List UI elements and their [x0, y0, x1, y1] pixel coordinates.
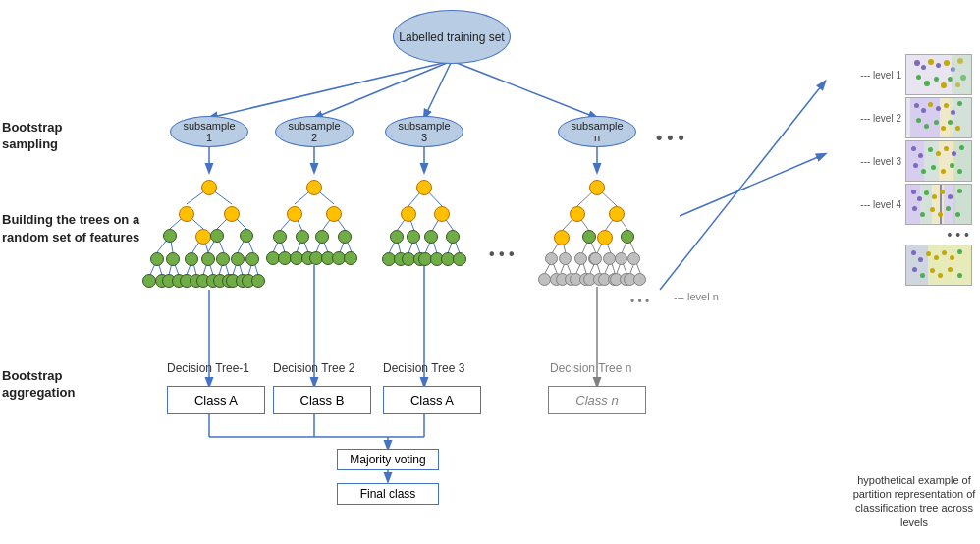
- tree2-l4-8: [344, 251, 357, 265]
- tree3-root: [416, 180, 432, 195]
- svg-line-2: [424, 61, 452, 118]
- class-box-2: Class B: [273, 386, 371, 414]
- level-3-scatter: [905, 140, 972, 182]
- final-class-box: Final class: [337, 483, 439, 505]
- tree3-l4-8: [453, 252, 466, 266]
- treen-l4-3: [574, 252, 587, 265]
- tree1-l4-1: [150, 252, 164, 266]
- level-3-row: --- level 3: [850, 140, 972, 182]
- tree3-l3-4: [446, 230, 460, 244]
- tree1-l4-6: [231, 252, 245, 266]
- tree1-l2-right: [224, 206, 240, 222]
- class-box-n: Class n: [548, 386, 646, 414]
- tree-dots: • • •: [489, 245, 515, 263]
- treen-l3-1: [554, 230, 570, 245]
- level-2-row: --- level 2: [850, 97, 972, 138]
- majority-voting-box: Majority voting: [337, 449, 439, 470]
- svg-line-0: [209, 61, 452, 118]
- subsample-1-ellipse: subsample1: [170, 116, 248, 147]
- level-dots: • • •: [850, 227, 972, 243]
- building-trees-label: Building the trees on a random set of fe…: [2, 211, 147, 246]
- treen-l2-right: [609, 206, 625, 222]
- level-4-label: --- level 4: [850, 199, 901, 210]
- tree2-l3-2: [296, 230, 309, 244]
- tree1-root: [201, 180, 217, 195]
- tree3-l2-left: [401, 206, 416, 222]
- treen-l2-left: [570, 206, 585, 222]
- bootstrap-aggregation-label: Bootstrap aggregation: [2, 368, 90, 402]
- subsample-3-ellipse: subsample3: [385, 116, 463, 147]
- level-n-label: --- level n: [674, 291, 719, 302]
- tree1-l3-3: [210, 229, 224, 243]
- svg-line-3: [452, 61, 597, 118]
- tree1-l2-left: [179, 206, 194, 222]
- level-3-label: --- level 3: [850, 156, 901, 167]
- level-2-label: --- level 2: [850, 113, 901, 124]
- subsample-dots: • • •: [656, 128, 684, 148]
- level-n-dots: • • •: [630, 295, 649, 308]
- class-box-1: Class A: [167, 386, 265, 414]
- tree1-l4-2: [166, 252, 180, 266]
- svg-line-104: [680, 154, 825, 216]
- dt3-label: Decision Tree 3: [383, 361, 464, 375]
- tree1-l3-1: [163, 229, 177, 243]
- tree1-l5-14: [251, 274, 265, 288]
- svg-line-103: [660, 82, 825, 290]
- tree2-root: [306, 180, 322, 195]
- level-n-scatter: [905, 245, 972, 286]
- right-caption: hypothetical example of partition repres…: [851, 473, 977, 529]
- tree1-l4-3: [185, 252, 198, 266]
- treen-l4-7: [615, 252, 627, 265]
- level-4-scatter: [905, 184, 972, 225]
- tree3-l3-2: [407, 230, 420, 244]
- treen-root: [589, 180, 605, 195]
- treen-l4-1: [545, 252, 558, 265]
- level-2-scatter: [905, 97, 972, 138]
- tree1-l4-7: [245, 252, 259, 266]
- tree2-l3-1: [273, 230, 287, 244]
- level-4-row: --- level 4: [850, 184, 972, 225]
- right-panel: --- level 1 --- level 2: [850, 54, 972, 286]
- level-1-row: --- level 1: [850, 54, 972, 95]
- labelled-training-ellipse: Labelled training set: [393, 10, 511, 64]
- tree3-l3-1: [390, 230, 404, 244]
- subsample-n-ellipse: subsamplen: [558, 116, 636, 147]
- dt1-label: Decision Tree-1: [167, 361, 249, 375]
- treen-l4-2: [559, 252, 572, 265]
- dt2-label: Decision Tree 2: [273, 361, 354, 375]
- tree1-l5-1: [142, 274, 156, 288]
- treen-l4-5: [589, 252, 602, 265]
- tree2-l2-right: [326, 206, 342, 222]
- treen-l4-8: [627, 252, 640, 265]
- tree1-l4-4: [201, 252, 215, 266]
- tree2-l3-4: [338, 230, 352, 244]
- treen-l3-2: [582, 230, 596, 244]
- treen-l5-14: [633, 273, 646, 286]
- level-1-label: --- level 1: [850, 70, 901, 81]
- tree2-l3-3: [315, 230, 329, 244]
- bootstrap-sampling-label: Bootstrap sampling: [2, 120, 90, 153]
- dtn-label: Decision Tree n: [550, 361, 631, 375]
- level-n-row: [850, 245, 972, 286]
- tree1-l4-5: [216, 252, 230, 266]
- class-box-3: Class A: [383, 386, 481, 414]
- tree3-l2-right: [434, 206, 450, 222]
- treen-l3-3: [597, 230, 613, 245]
- treen-l3-4: [621, 230, 634, 244]
- tree2-l2-left: [287, 206, 302, 222]
- subsample-2-ellipse: subsample2: [275, 116, 354, 147]
- svg-line-1: [314, 61, 452, 118]
- level-1-scatter: [905, 54, 972, 95]
- tree1-l3-2: [195, 229, 211, 245]
- tree3-l3-3: [424, 230, 438, 244]
- tree1-l3-4: [240, 229, 253, 243]
